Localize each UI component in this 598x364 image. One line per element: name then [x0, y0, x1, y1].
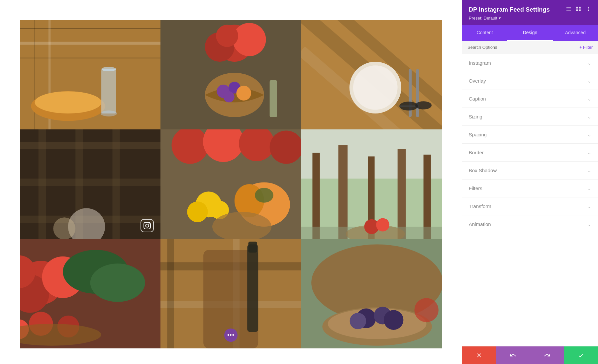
chevron-transform: ⌄: [587, 204, 591, 209]
chevron-filters: ⌄: [587, 186, 591, 191]
svg-point-34: [415, 101, 432, 109]
panel-header-top: DP Instagram Feed Settings: [469, 6, 591, 14]
chevron-sizing: ⌄: [587, 114, 591, 119]
option-box-shadow-label: Box Shadow: [469, 168, 497, 173]
chevron-animation: ⌄: [587, 222, 591, 227]
chevron-box-shadow: ⌄: [587, 168, 591, 173]
cancel-button[interactable]: [462, 346, 496, 364]
svg-rect-62: [338, 145, 348, 239]
caption-overlay: Lorem ipsum dolor sit amet. Est nisi gal…: [20, 129, 160, 239]
option-transform[interactable]: Transform ⌄: [462, 197, 598, 215]
option-caption[interactable]: Caption ⌄: [462, 90, 598, 108]
option-spacing-label: Spacing: [469, 132, 487, 137]
svg-point-101: [588, 7, 589, 8]
option-instagram[interactable]: Instagram ⌄: [462, 54, 598, 72]
svg-point-16: [233, 23, 266, 56]
svg-rect-65: [423, 155, 431, 239]
option-overlay-label: Overlay: [469, 78, 486, 84]
main-content: Lorem ipsum dolor sit amet. Est nisi gal…: [0, 0, 462, 364]
svg-point-8: [35, 91, 102, 113]
option-border-label: Border: [469, 150, 484, 155]
svg-point-21: [237, 86, 251, 101]
option-instagram-label: Instagram: [469, 60, 491, 66]
grid-item-4[interactable]: Lorem ipsum dolor sit amet. Est nisi gal…: [20, 129, 160, 239]
grid-item-2[interactable]: [160, 20, 301, 129]
settings-panel: DP Instagram Feed Settings: [462, 0, 598, 364]
grid-item-9[interactable]: [301, 239, 442, 348]
option-caption-label: Caption: [469, 96, 486, 102]
tab-content[interactable]: Content: [462, 25, 507, 41]
svg-point-53: [187, 201, 208, 222]
svg-point-100: [414, 298, 439, 322]
option-animation[interactable]: Animation ⌄: [462, 215, 598, 233]
options-list: Instagram ⌄ Overlay ⌄ Caption ⌄ Sizing ⌄…: [462, 54, 598, 346]
option-transform-label: Transform: [469, 203, 491, 209]
svg-point-10: [101, 67, 116, 71]
grid-item-3[interactable]: [301, 20, 442, 129]
image-grid: Lorem ipsum dolor sit amet. Est nisi gal…: [20, 20, 442, 348]
grid-item-1[interactable]: [20, 20, 160, 129]
option-filters[interactable]: Filters ⌄: [462, 180, 598, 197]
svg-point-102: [588, 9, 589, 10]
search-input[interactable]: [467, 45, 579, 50]
panel-subtitle: Preset: Default ▾: [469, 16, 591, 21]
svg-point-103: [588, 10, 589, 11]
tab-design[interactable]: Design: [507, 25, 552, 41]
grid-item-6[interactable]: [301, 129, 442, 239]
panel-title: DP Instagram Feed Settings: [469, 6, 550, 13]
confirm-button[interactable]: [564, 346, 598, 364]
filter-button[interactable]: + Filter: [579, 45, 593, 50]
grid-item-8[interactable]: •••: [160, 239, 301, 348]
option-box-shadow[interactable]: Box Shadow ⌄: [462, 162, 598, 180]
chevron-instagram: ⌄: [587, 60, 591, 66]
panel-header: DP Instagram Feed Settings: [462, 0, 598, 25]
tab-advanced[interactable]: Advanced: [553, 25, 598, 41]
chevron-overlay: ⌄: [587, 78, 591, 84]
option-filters-label: Filters: [469, 185, 482, 191]
tab-bar: Content Design Advanced: [462, 25, 598, 41]
svg-rect-89: [249, 242, 257, 253]
svg-rect-88: [247, 245, 258, 332]
option-sizing-label: Sizing: [469, 114, 482, 119]
instagram-icon: [141, 219, 154, 232]
search-bar: + Filter: [462, 41, 598, 54]
svg-point-99: [349, 313, 366, 329]
bottom-bar: [462, 346, 598, 364]
svg-point-45: [53, 217, 75, 239]
svg-point-76: [90, 263, 145, 302]
svg-point-57: [255, 188, 273, 203]
chevron-spacing: ⌄: [587, 132, 591, 137]
grid-item-7[interactable]: [20, 239, 160, 348]
option-overlay[interactable]: Overlay ⌄: [462, 72, 598, 90]
more-icon[interactable]: •••: [224, 328, 238, 342]
grid-icon[interactable]: [575, 6, 581, 14]
svg-point-69: [376, 218, 389, 231]
grid-item-5[interactable]: [160, 129, 301, 239]
svg-rect-9: [101, 69, 116, 113]
option-spacing[interactable]: Spacing ⌄: [462, 126, 598, 144]
svg-point-22: [224, 91, 235, 102]
svg-rect-32: [416, 69, 419, 117]
option-animation-label: Animation: [469, 221, 491, 227]
panel-header-icons: [565, 6, 591, 14]
svg-point-30: [353, 65, 398, 110]
chevron-caption: ⌄: [587, 96, 591, 102]
svg-point-98: [384, 310, 403, 330]
responsive-icon[interactable]: [565, 6, 571, 14]
chevron-border: ⌄: [587, 150, 591, 155]
option-sizing[interactable]: Sizing ⌄: [462, 108, 598, 126]
option-border[interactable]: Border ⌄: [462, 144, 598, 162]
more-options-icon[interactable]: [585, 6, 591, 14]
undo-button[interactable]: [496, 346, 530, 364]
svg-point-17: [216, 25, 238, 47]
svg-rect-23: [270, 80, 277, 117]
svg-rect-64: [397, 149, 406, 239]
redo-button[interactable]: [530, 346, 564, 364]
svg-rect-61: [312, 153, 320, 239]
svg-point-11: [101, 110, 117, 116]
